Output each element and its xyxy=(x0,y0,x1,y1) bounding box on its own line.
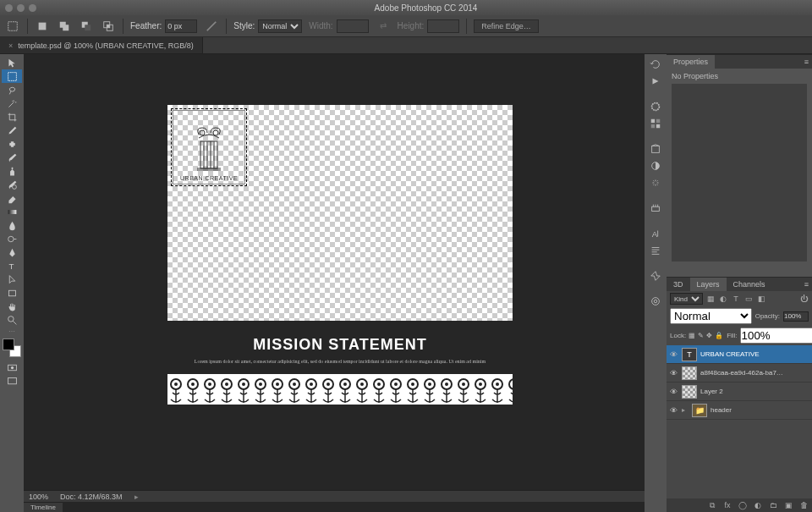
mask-icon[interactable]: ◯ xyxy=(738,501,748,509)
lasso-tool-icon[interactable] xyxy=(2,83,22,96)
layer-name[interactable]: a8f48caa-ea9d-462a-ba7… xyxy=(700,369,809,377)
adjustment-layer-icon[interactable]: ◐ xyxy=(753,501,763,509)
tab-channels[interactable]: Channels xyxy=(727,278,772,291)
layer-item[interactable]: 👁 ▸ 📁 header xyxy=(667,401,812,420)
wand-tool-icon[interactable] xyxy=(2,96,22,110)
eraser-tool-icon[interactable] xyxy=(2,191,22,205)
link-layers-icon[interactable]: ⧉ xyxy=(707,501,717,510)
filter-type-icon[interactable]: T xyxy=(731,294,741,304)
filter-toggle-icon[interactable]: ⏻ xyxy=(798,294,809,304)
character-panel-icon[interactable]: A xyxy=(646,225,665,242)
style-select[interactable]: Normal xyxy=(258,19,302,33)
edit-toolbar-icon[interactable]: ⋯ xyxy=(2,327,22,335)
intersect-selection-icon[interactable] xyxy=(101,19,116,34)
visibility-eye-icon[interactable]: 👁 xyxy=(670,388,678,396)
panel-menu-icon[interactable]: ≡ xyxy=(801,58,812,66)
close-tab-icon[interactable]: × xyxy=(8,41,13,50)
tab-3d[interactable]: 3D xyxy=(667,278,690,291)
marquee-tool-preset-icon[interactable] xyxy=(5,19,20,34)
layer-name[interactable]: header xyxy=(710,406,809,414)
libraries-panel-icon[interactable] xyxy=(646,140,665,157)
visibility-eye-icon[interactable]: 👁 xyxy=(670,350,678,359)
layer-thumb-raster-icon[interactable] xyxy=(682,385,697,399)
group-collapse-icon[interactable]: ▸ xyxy=(682,406,689,414)
color-panel-icon[interactable] xyxy=(646,98,665,115)
brush-tool-icon[interactable] xyxy=(2,151,22,164)
foreground-color-swatch[interactable] xyxy=(3,339,14,350)
crop-tool-icon[interactable] xyxy=(2,110,22,124)
canvas-area[interactable]: URBAN CREATIVE MISSION STATEMENT Lorem i… xyxy=(24,54,645,512)
cc-panel-icon[interactable] xyxy=(646,293,665,310)
logo-layer[interactable]: URBAN CREATIVE xyxy=(173,110,245,184)
lock-paint-icon[interactable]: ✎ xyxy=(698,332,704,339)
lock-all-icon[interactable]: 🔒 xyxy=(715,332,723,339)
layer-item[interactable]: 👁 a8f48caa-ea9d-462a-ba7… xyxy=(667,364,812,383)
eyedropper-tool-icon[interactable] xyxy=(2,124,22,137)
fx-icon[interactable]: fx xyxy=(722,501,732,509)
dodge-tool-icon[interactable] xyxy=(2,232,22,245)
paragraph-panel-icon[interactable] xyxy=(646,242,665,259)
adjustments-panel-icon[interactable] xyxy=(646,157,665,174)
feather-input[interactable] xyxy=(165,19,197,33)
path-select-tool-icon[interactable] xyxy=(2,273,22,286)
hand-tool-icon[interactable] xyxy=(2,300,22,313)
layer-name[interactable]: Layer 2 xyxy=(700,388,809,395)
marquee-tool-icon[interactable] xyxy=(2,69,22,83)
clone-tool-icon[interactable] xyxy=(2,164,22,178)
visibility-eye-icon[interactable]: 👁 xyxy=(670,369,678,377)
subtract-selection-icon[interactable] xyxy=(79,19,94,34)
layer-name[interactable]: URBAN CREATIVE xyxy=(700,350,809,358)
document-tab[interactable]: × template.psd @ 100% (URBAN CREATIVE, R… xyxy=(0,37,203,53)
layers-menu-icon[interactable]: ≡ xyxy=(801,280,812,289)
tab-layers[interactable]: Layers xyxy=(690,278,727,291)
close-window-icon[interactable] xyxy=(5,4,13,12)
fill-input[interactable] xyxy=(740,328,812,344)
visibility-eye-icon[interactable]: 👁 xyxy=(670,406,678,415)
properties-tab[interactable]: Properties xyxy=(667,55,715,69)
layer-thumb-group-icon[interactable]: 📁 xyxy=(692,404,707,417)
layer-item[interactable]: 👁 Layer 2 xyxy=(667,383,812,401)
type-tool-icon[interactable]: T xyxy=(2,259,22,273)
history-brush-tool-icon[interactable] xyxy=(2,178,22,191)
filter-shape-icon[interactable]: ▭ xyxy=(743,294,754,304)
blend-mode-select[interactable]: Normal xyxy=(670,308,752,324)
filter-adjust-icon[interactable]: ◐ xyxy=(718,294,728,304)
color-swatches[interactable] xyxy=(3,339,21,357)
zoom-level[interactable]: 100% xyxy=(29,493,48,501)
gradient-tool-icon[interactable] xyxy=(2,205,22,218)
layer-filter-kind[interactable]: Kind xyxy=(670,293,703,305)
filter-smart-icon[interactable]: ◧ xyxy=(756,294,766,304)
opacity-input[interactable] xyxy=(783,311,809,322)
new-selection-icon[interactable] xyxy=(35,19,50,34)
layer-thumb-type-icon[interactable]: T xyxy=(682,348,697,361)
blur-tool-icon[interactable] xyxy=(2,218,22,232)
filter-pixel-icon[interactable]: ▦ xyxy=(705,294,716,304)
zoom-tool-icon[interactable] xyxy=(2,313,22,327)
group-icon[interactable]: 🗀 xyxy=(768,501,778,509)
swatches-panel-icon[interactable] xyxy=(646,115,665,132)
minimize-window-icon[interactable] xyxy=(17,4,25,12)
history-panel-icon[interactable] xyxy=(646,56,665,73)
brushes-panel-icon[interactable] xyxy=(646,200,665,217)
status-arrow-icon[interactable]: ▸ xyxy=(134,493,139,501)
new-layer-icon[interactable]: ▣ xyxy=(783,501,793,509)
quick-mask-icon[interactable] xyxy=(2,361,22,374)
layer-thumb-smart-icon[interactable] xyxy=(682,366,697,380)
shape-tool-icon[interactable] xyxy=(2,286,22,300)
lock-trans-icon[interactable]: ▦ xyxy=(689,332,695,339)
actions-panel-icon[interactable] xyxy=(646,73,665,90)
anti-alias-icon[interactable] xyxy=(204,19,219,34)
spot-heal-tool-icon[interactable] xyxy=(2,137,22,151)
move-tool-icon[interactable] xyxy=(2,56,22,69)
add-to-selection-icon[interactable] xyxy=(57,19,72,34)
zoom-window-icon[interactable] xyxy=(29,4,36,12)
navigator-panel-icon[interactable] xyxy=(646,267,665,284)
layer-item[interactable]: 👁 T URBAN CREATIVE xyxy=(667,345,812,364)
screen-mode-icon[interactable] xyxy=(2,374,22,388)
traffic-lights[interactable] xyxy=(5,4,36,12)
timeline-panel-tab[interactable]: Timeline xyxy=(24,502,63,512)
refine-edge-button[interactable]: Refine Edge… xyxy=(474,19,539,33)
trash-icon[interactable]: 🗑 xyxy=(798,501,809,509)
styles-panel-icon[interactable] xyxy=(646,174,665,191)
lock-pos-icon[interactable]: ✥ xyxy=(706,332,712,339)
